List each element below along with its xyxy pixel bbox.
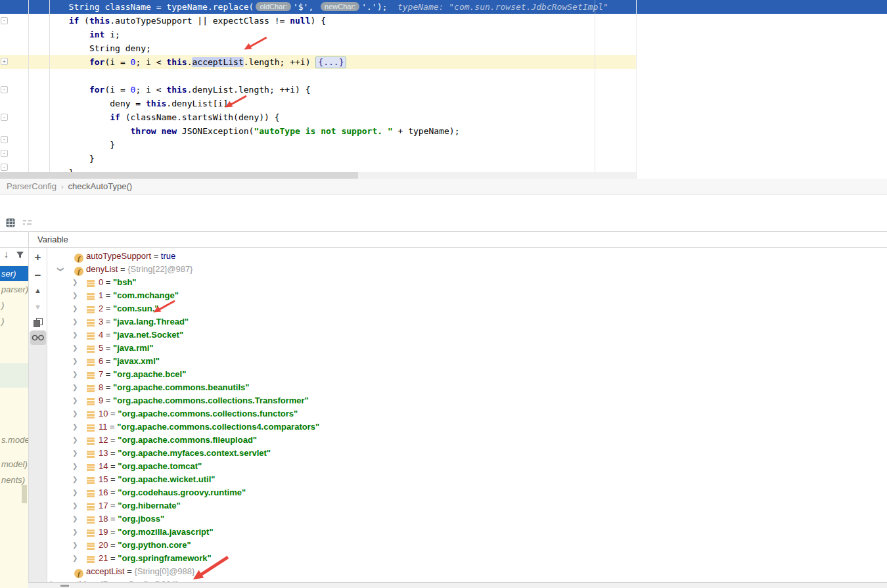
variable-row-2[interactable]: ❯2 = "com.sun." [47, 302, 887, 315]
stack-frame-item[interactable]: model) [0, 457, 28, 472]
fold-collapse-icon[interactable]: - [1, 17, 8, 24]
chevron-down-icon[interactable]: ❯ [54, 267, 67, 272]
variables-horizontal-scrollbar[interactable] [28, 582, 887, 588]
move-up-button[interactable]: ▲ [29, 286, 47, 294]
code-editor[interactable]: String className = typeName.replace(oldC… [0, 0, 887, 179]
frames-scrollbar-thumb[interactable] [22, 485, 27, 503]
show-watches-toggle[interactable] [30, 330, 46, 345]
stack-frame-item[interactable]: s.model) [0, 432, 28, 447]
variable-row-20[interactable]: ❯20 = "org.python.core" [47, 539, 887, 552]
array-element-icon [87, 398, 95, 405]
chevron-right-icon[interactable]: ❯ [72, 434, 78, 447]
stack-frame-item[interactable]: ) [0, 298, 28, 313]
array-element-icon [87, 411, 95, 418]
variable-row-10[interactable]: ❯10 = "org.apache.commons.collections.fu… [47, 407, 887, 420]
variable-row-21[interactable]: ❯21 = "org.springframework" [47, 552, 887, 565]
variable-value: "org.apache.wicket.util" [118, 474, 215, 484]
chevron-right-icon[interactable]: ❯ [72, 342, 78, 355]
code-line[interactable] [0, 69, 887, 83]
variable-row-9[interactable]: ❯9 = "org.apache.commons.collections.Tra… [47, 394, 887, 407]
sort-descending-icon[interactable]: ↓ [4, 249, 9, 260]
chevron-right-icon[interactable]: ❯ [72, 499, 78, 512]
breadcrumb-method[interactable]: checkAutoType() [68, 181, 133, 191]
code-line[interactable]: } [0, 138, 887, 152]
scrollbar-thumb[interactable] [0, 172, 358, 179]
chevron-right-icon[interactable]: ❯ [72, 407, 78, 420]
code-line[interactable]: for(i = 0; i < this.denyList.length; ++i… [0, 83, 887, 97]
code-line[interactable]: String className = typeName.replace(oldC… [0, 0, 887, 14]
variable-value: "org.apache.commons.collections.Transfor… [113, 396, 309, 405]
variable-row-15[interactable]: ❯15 = "org.apache.wicket.util" [47, 473, 887, 486]
variable-row-13[interactable]: ❯13 = "org.apache.myfaces.context.servle… [47, 447, 887, 460]
variable-row-4[interactable]: ❯4 = "java.net.Socket" [47, 328, 887, 342]
chevron-right-icon[interactable]: ❯ [72, 276, 78, 289]
chevron-right-icon[interactable]: ❯ [72, 394, 78, 407]
code-line[interactable]: if (this.autoTypeSupport || expectClass … [0, 14, 887, 28]
move-down-button[interactable]: ▼ [29, 303, 47, 311]
variables-tree[interactable]: fautoTypeSupport = true❯fdenyList = {Str… [47, 248, 887, 582]
stack-frame-item[interactable]: ser) [0, 266, 28, 281]
variable-row-12[interactable]: ❯12 = "org.apache.commons.fileupload" [47, 434, 887, 447]
fold-collapse-icon[interactable]: - [1, 164, 8, 171]
code-line[interactable]: if (className.startsWith(deny)) { [0, 110, 887, 124]
array-element-icon [87, 306, 95, 313]
chevron-right-icon[interactable]: ❯ [72, 355, 78, 368]
filter-funnel-icon[interactable] [16, 251, 24, 260]
variable-row-19[interactable]: ❯19 = "org.mozilla.javascript" [47, 526, 887, 539]
fold-collapse-icon[interactable]: - [1, 136, 8, 143]
stack-frame-item[interactable]: parser) [0, 282, 28, 297]
code-line[interactable]: int i; [0, 28, 887, 41]
chevron-right-icon[interactable]: ❯ [72, 381, 78, 394]
chevron-right-icon[interactable]: ❯ [72, 315, 78, 328]
array-element-icon [87, 516, 95, 524]
chevron-right-icon[interactable]: ❯ [72, 328, 78, 342]
chevron-right-icon[interactable]: ❯ [72, 447, 78, 460]
fold-expand-icon[interactable]: + [1, 58, 8, 65]
settings-sliders-icon[interactable] [22, 218, 32, 227]
chevron-right-icon[interactable]: ❯ [72, 512, 78, 526]
fold-collapse-icon[interactable]: - [1, 86, 8, 93]
code-line[interactable]: String deny; [0, 41, 887, 55]
chevron-right-icon[interactable]: ❯ [72, 486, 78, 499]
variable-row-5[interactable]: ❯5 = "java.rmi" [47, 342, 887, 355]
variable-row-7[interactable]: ❯7 = "org.apache.bcel" [47, 368, 887, 381]
code-line[interactable]: for(i = 0; i < this.acceptList.length; +… [0, 55, 636, 69]
chevron-right-icon[interactable]: ❯ [72, 552, 78, 565]
variable-row-3[interactable]: ❯3 = "java.lang.Thread" [47, 315, 887, 328]
editor-horizontal-scrollbar[interactable] [0, 172, 636, 179]
variable-row-acceptList[interactable]: facceptList = {String[0]@988} [47, 565, 887, 578]
duplicate-watch-icon[interactable] [29, 318, 47, 327]
chevron-right-icon[interactable]: ❯ [72, 368, 78, 381]
variable-row-11[interactable]: ❯11 = "org.apache.commons.collections4.c… [47, 420, 887, 434]
variable-value: "org.springframework" [118, 553, 211, 563]
chevron-right-icon[interactable]: ❯ [72, 539, 78, 552]
variable-row-8[interactable]: ❯8 = "org.apache.commons.beanutils" [47, 381, 887, 394]
fold-collapse-icon[interactable]: - [1, 150, 8, 157]
variable-row-6[interactable]: ❯6 = "javax.xml" [47, 355, 887, 368]
fold-collapse-icon[interactable]: - [1, 114, 8, 121]
frames-panel[interactable]: ↓ ser)parser)))s.model)model)nents) [0, 248, 28, 588]
variable-row-14[interactable]: ❯14 = "org.apache.tomcat" [47, 460, 887, 473]
code-line[interactable]: } [0, 152, 887, 166]
variable-row-autoTypeSupport[interactable]: fautoTypeSupport = true [47, 250, 887, 263]
chevron-right-icon[interactable]: ❯ [72, 460, 78, 473]
chevron-right-icon[interactable]: ❯ [72, 302, 78, 315]
layout-grid-icon[interactable] [6, 218, 15, 227]
variable-row-0[interactable]: ❯0 = "bsh" [47, 276, 887, 289]
chevron-right-icon[interactable]: ❯ [72, 526, 78, 539]
breadcrumb-class[interactable]: ParserConfig [7, 181, 57, 191]
stack-frame-item[interactable]: ) [0, 313, 28, 328]
scrollbar-thumb[interactable] [60, 585, 69, 587]
code-line[interactable]: throw new JSONException("autoType is not… [0, 124, 887, 138]
chevron-right-icon[interactable]: ❯ [72, 473, 78, 486]
code-line[interactable]: deny = this.denyList[i] [0, 97, 887, 110]
chevron-right-icon[interactable]: ❯ [72, 420, 78, 434]
add-watch-button[interactable]: + [29, 252, 47, 263]
chevron-right-icon[interactable]: ❯ [72, 289, 78, 302]
remove-watch-button[interactable]: − [29, 270, 47, 281]
variable-row-17[interactable]: ❯17 = "org.hibernate" [47, 499, 887, 512]
variable-row-18[interactable]: ❯18 = "org.jboss" [47, 512, 887, 526]
equals-sign: = [103, 277, 113, 287]
variable-row-16[interactable]: ❯16 = "org.codehaus.groovy.runtime" [47, 486, 887, 499]
variable-row-denyList[interactable]: ❯fdenyList = {String[22]@987} [47, 263, 887, 276]
